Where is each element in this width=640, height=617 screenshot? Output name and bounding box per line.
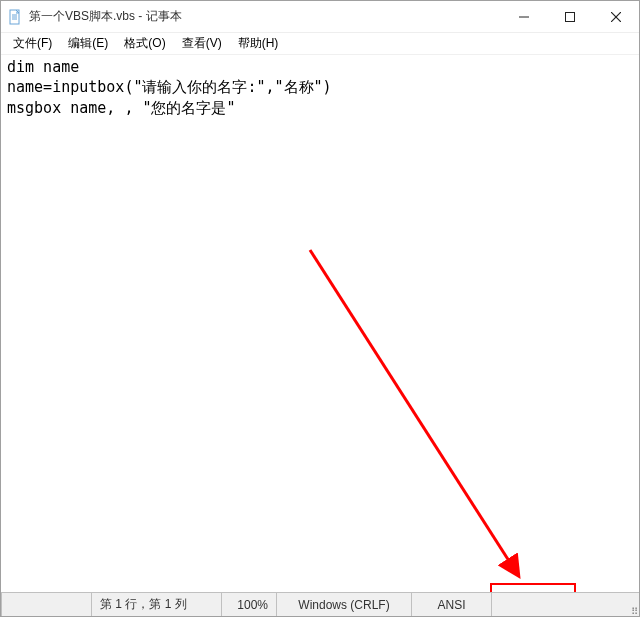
grip-icon: ⠿ [631,609,637,614]
window-title: 第一个VBS脚本.vbs - 记事本 [29,8,182,25]
resize-grip[interactable]: ⠿ [491,593,639,616]
status-line-ending: Windows (CRLF) [276,593,411,616]
menu-view[interactable]: 查看(V) [174,33,230,54]
menubar: 文件(F) 编辑(E) 格式(O) 查看(V) 帮助(H) [1,33,639,55]
menu-file[interactable]: 文件(F) [5,33,60,54]
svg-rect-5 [566,13,575,22]
menu-format[interactable]: 格式(O) [116,33,173,54]
notepad-file-icon [7,9,23,25]
window-controls [501,1,639,32]
minimize-button[interactable] [501,1,547,33]
menu-edit[interactable]: 编辑(E) [60,33,116,54]
status-spacer [1,593,91,616]
notepad-window: 第一个VBS脚本.vbs - 记事本 文件(F) 编辑(E) 格式(O) 查看(… [0,0,640,617]
titlebar: 第一个VBS脚本.vbs - 记事本 [1,1,639,33]
minimize-icon [519,12,529,22]
close-icon [611,12,621,22]
maximize-icon [565,12,575,22]
status-encoding: ANSI [411,593,491,616]
status-position: 第 1 行，第 1 列 [91,593,221,616]
text-editor[interactable]: dim name name=inputbox("请输入你的名字:","名称") … [1,55,639,592]
close-button[interactable] [593,1,639,33]
menu-help[interactable]: 帮助(H) [230,33,287,54]
title-left: 第一个VBS脚本.vbs - 记事本 [1,8,501,25]
maximize-button[interactable] [547,1,593,33]
statusbar: 第 1 行，第 1 列 100% Windows (CRLF) ANSI ⠿ [1,592,639,616]
status-zoom[interactable]: 100% [221,593,276,616]
